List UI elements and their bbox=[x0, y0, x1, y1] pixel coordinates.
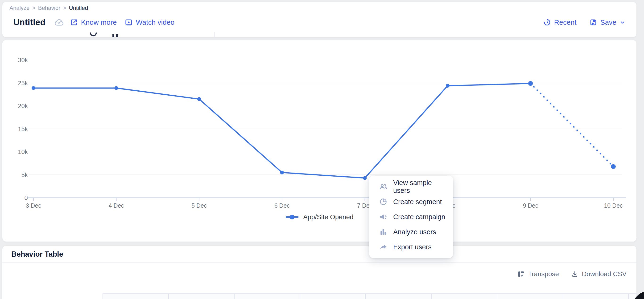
series-line bbox=[34, 83, 530, 178]
y-tick-label: 5k bbox=[22, 171, 28, 178]
y-tick-label: 10k bbox=[18, 148, 28, 155]
x-tick-label: 9 Dec bbox=[523, 202, 538, 209]
breadcrumb-item-analyze[interactable]: Analyze bbox=[10, 5, 30, 11]
data-point-8-dec[interactable] bbox=[446, 84, 450, 88]
history-icon bbox=[543, 18, 551, 26]
table-column-border bbox=[497, 294, 498, 299]
behavior-table-card: Behavior Table TransposeDownload CSV bbox=[2, 246, 636, 299]
table-column-border bbox=[300, 294, 300, 299]
segment-icon bbox=[379, 198, 388, 206]
watch-video-link[interactable]: Watch video bbox=[125, 18, 174, 26]
behavior-table-title: Behavior Table bbox=[11, 250, 63, 259]
know-more-label: Know more bbox=[81, 18, 117, 26]
menu-item-label: Export users bbox=[393, 243, 432, 251]
x-tick-label: 3 Dec bbox=[26, 202, 41, 209]
save-icon bbox=[589, 18, 597, 26]
save-label: Save bbox=[600, 18, 616, 26]
clipped-glyph-stem bbox=[116, 34, 118, 37]
menu-item-analyze-users[interactable]: Analyze users bbox=[369, 224, 453, 240]
download-csv-button[interactable]: Download CSV bbox=[571, 270, 626, 278]
menu-item-label: Analyze users bbox=[393, 228, 436, 236]
video-play-icon bbox=[125, 18, 133, 26]
external-link-icon bbox=[70, 18, 78, 26]
x-tick-label: 4 Dec bbox=[109, 202, 124, 209]
y-tick-label: 20k bbox=[18, 102, 28, 109]
download-icon bbox=[571, 271, 578, 278]
recent-button[interactable]: Recent bbox=[543, 18, 576, 26]
breadcrumb-item-untitled: Untitled bbox=[69, 5, 88, 11]
point-context-menu: View sample usersCreate segmentCreate ca… bbox=[369, 176, 453, 258]
clipped-column-divider bbox=[214, 32, 215, 37]
menu-item-export-users[interactable]: Export users bbox=[369, 240, 453, 255]
transpose-label: Transpose bbox=[528, 270, 559, 278]
table-column-border bbox=[563, 294, 563, 299]
analyze-icon bbox=[379, 228, 388, 236]
table-column-border bbox=[628, 294, 629, 299]
menu-item-label: Create segment bbox=[393, 198, 442, 206]
sync-status bbox=[54, 17, 64, 27]
table-header-row bbox=[102, 293, 636, 299]
users-icon bbox=[379, 182, 388, 191]
cloud-check-icon bbox=[54, 17, 64, 27]
breadcrumb: Analyze>Behavior>Untitled bbox=[10, 5, 88, 11]
table-column-border bbox=[168, 294, 169, 299]
data-point-5-dec[interactable] bbox=[197, 97, 201, 101]
recent-label: Recent bbox=[554, 18, 576, 26]
title-row: Untitled Know moreWatch video bbox=[14, 14, 174, 30]
y-tick-label: 30k bbox=[18, 56, 28, 63]
page-title[interactable]: Untitled bbox=[14, 17, 46, 27]
header-links: Know moreWatch video bbox=[64, 18, 175, 26]
y-tick-label: 15k bbox=[18, 125, 28, 133]
x-tick-label: 5 Dec bbox=[192, 202, 207, 209]
x-tick-label: 6 Dec bbox=[274, 202, 290, 209]
breadcrumb-separator: > bbox=[63, 5, 66, 11]
data-point-7-dec[interactable] bbox=[363, 176, 367, 180]
data-point-3-dec[interactable] bbox=[32, 86, 35, 90]
data-point-10-dec[interactable] bbox=[611, 164, 616, 169]
watch-video-label: Watch video bbox=[136, 18, 174, 26]
table-column-border bbox=[234, 294, 234, 299]
transpose-icon bbox=[518, 271, 525, 278]
transpose-button[interactable]: Transpose bbox=[518, 270, 559, 278]
table-column-border bbox=[365, 294, 366, 299]
table-actions: TransposeDownload CSV bbox=[518, 270, 626, 278]
breadcrumb-separator: > bbox=[32, 5, 35, 11]
data-point-9-dec[interactable] bbox=[528, 81, 533, 86]
table-column-border bbox=[102, 294, 103, 299]
data-point-6-dec[interactable] bbox=[280, 171, 284, 174]
know-more-link[interactable]: Know more bbox=[70, 18, 117, 26]
legend-marker-icon bbox=[285, 214, 299, 220]
series-line-projected bbox=[530, 83, 613, 166]
menu-item-view-sample-users[interactable]: View sample users bbox=[369, 179, 453, 194]
legend-item[interactable]: App/Site Opened bbox=[2, 213, 636, 221]
section-divider bbox=[2, 262, 636, 263]
campaign-icon bbox=[379, 213, 388, 221]
clipped-glyph-arc bbox=[90, 32, 97, 37]
chevron-down-icon bbox=[620, 19, 626, 25]
save-button[interactable]: Save bbox=[589, 18, 626, 26]
menu-item-create-campaign[interactable]: Create campaign bbox=[369, 209, 453, 224]
clipped-glyph-stem bbox=[112, 34, 114, 37]
menu-item-create-segment[interactable]: Create segment bbox=[369, 194, 453, 209]
export-icon bbox=[379, 243, 388, 251]
y-tick-label: 25k bbox=[18, 80, 28, 87]
x-tick-label: 10 Dec bbox=[604, 202, 622, 209]
legend-label: App/Site Opened bbox=[303, 213, 353, 221]
breadcrumb-item-behavior[interactable]: Behavior bbox=[38, 5, 60, 11]
page-header: Analyze>Behavior>Untitled Untitled Know … bbox=[2, 2, 636, 37]
data-point-4-dec[interactable] bbox=[114, 86, 118, 90]
trend-chart-card: 05k10k15k20k25k30k3 Dec4 Dec5 Dec6 Dec7 … bbox=[2, 40, 636, 242]
download-csv-label: Download CSV bbox=[582, 270, 626, 278]
table-column-border bbox=[431, 294, 432, 299]
behavior-trend-chart[interactable]: 05k10k15k20k25k30k3 Dec4 Dec5 Dec6 Dec7 … bbox=[2, 40, 636, 213]
menu-item-label: Create campaign bbox=[393, 213, 445, 221]
header-actions: RecentSave bbox=[543, 14, 626, 30]
menu-item-label: View sample users bbox=[393, 179, 448, 195]
